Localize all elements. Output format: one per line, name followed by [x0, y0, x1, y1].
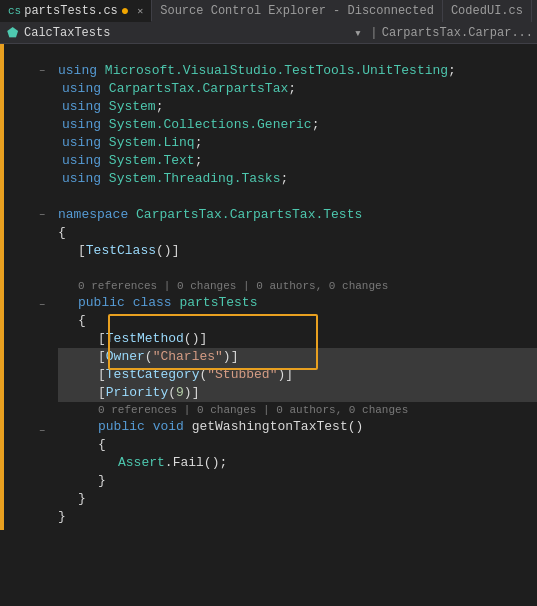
gutter-8: [4, 170, 54, 188]
gutter-25: [4, 476, 54, 494]
breadcrumb-separator: |: [370, 25, 378, 40]
gutter-14: [4, 278, 54, 296]
code-line-9: [58, 188, 537, 206]
code-line-24: Assert.Fail();: [58, 454, 537, 472]
gutter-2: −: [4, 62, 54, 80]
info-line-2: 0 references | 0 changes | 0 authors, 0 …: [58, 402, 537, 418]
ref-info-1: 0 references | 0 changes | 0 authors, 0 …: [78, 280, 388, 292]
collapse-2[interactable]: −: [36, 65, 48, 77]
code-line-19: [TestCategory("Stubbed")]: [58, 366, 537, 384]
code-line-2: using Microsoft.VisualStudio.TestTools.U…: [58, 62, 537, 80]
gutter-6: [4, 134, 54, 152]
ref-info-2: 0 references | 0 changes | 0 authors, 0 …: [98, 404, 408, 416]
gutter-18: [4, 350, 54, 368]
code-line-12: [TestClass()]: [58, 242, 537, 260]
code-line-6: using System.Linq;: [58, 134, 537, 152]
collapse-15[interactable]: −: [36, 299, 48, 311]
gutter-26: [4, 494, 54, 512]
info-line-1: 0 references | 0 changes | 0 authors, 0 …: [58, 278, 537, 294]
code-line-27: }: [58, 508, 537, 526]
gutter-21: [4, 404, 54, 422]
gutter-10: −: [4, 206, 54, 224]
editor-wrapper: − − − −: [0, 44, 537, 530]
code-line-16: {: [58, 312, 537, 330]
gutter-27: [4, 512, 54, 530]
breadcrumb-right: CarpartsTax.Carpar...: [382, 26, 533, 40]
tab-icon: cs: [8, 5, 21, 17]
tab-bar: cs partsTests.cs ● ✕ Source Control Expl…: [0, 0, 537, 22]
tab-label: partsTests.cs: [24, 4, 118, 18]
code-line-11: {: [58, 224, 537, 242]
gutter-17: [4, 332, 54, 350]
breadcrumb-bar: ⬟ CalcTaxTests ▾ | CarpartsTax.Carpar...: [0, 22, 537, 44]
gutter-22: −: [4, 422, 54, 440]
code-line-20: [Priority(9)]: [58, 384, 537, 402]
tab-label-cu: CodedUI.cs: [451, 4, 523, 18]
code-line-26: }: [58, 490, 537, 508]
code-line-17: [TestMethod()]: [58, 330, 537, 348]
gutter-24: [4, 458, 54, 476]
code-line-1: [58, 44, 537, 62]
code-line-5: using System.Collections.Generic;: [58, 116, 537, 134]
code-line-15: public class partsTests: [58, 294, 537, 312]
tab-startup[interactable]: Startup.cs: [532, 0, 537, 22]
gutter-11: [4, 224, 54, 242]
gutter-12: [4, 242, 54, 260]
modified-dot: ●: [121, 3, 129, 19]
code-line-23: {: [58, 436, 537, 454]
collapse-22[interactable]: −: [36, 425, 48, 437]
gutter-13: [4, 260, 54, 278]
gutter-5: [4, 116, 54, 134]
ide-window: cs partsTests.cs ● ✕ Source Control Expl…: [0, 0, 537, 530]
gutter-3: [4, 80, 54, 98]
gutter-15: −: [4, 296, 54, 314]
breadcrumb-text[interactable]: CalcTaxTests: [24, 26, 350, 40]
gutter-1: [4, 44, 54, 62]
collapse-10[interactable]: −: [36, 209, 48, 221]
code-line-3: using CarpartsTax.CarpartsTax;: [58, 80, 537, 98]
line-gutter: − − − −: [4, 44, 54, 530]
gutter-9: [4, 188, 54, 206]
class-icon: ⬟: [4, 25, 20, 41]
code-line-25: }: [58, 472, 537, 490]
code-line-4: using System;: [58, 98, 537, 116]
tab-label-sc: Source Control Explorer - Disconnected: [160, 4, 434, 18]
tab-codedui[interactable]: CodedUI.cs: [443, 0, 532, 22]
breadcrumb-dropdown-icon[interactable]: ▾: [350, 25, 366, 41]
gutter-7: [4, 152, 54, 170]
gutter-19: [4, 368, 54, 386]
gutter-16: [4, 314, 54, 332]
code-line-22: public void getWashingtonTaxTest(): [58, 418, 537, 436]
tab-close[interactable]: ✕: [137, 5, 143, 17]
tab-partsTests[interactable]: cs partsTests.cs ● ✕: [0, 0, 152, 22]
gutter-20: [4, 386, 54, 404]
code-line-13: [58, 260, 537, 278]
gutter-4: [4, 98, 54, 116]
code-line-8: using System.Threading.Tasks;: [58, 170, 537, 188]
code-editor[interactable]: using Microsoft.VisualStudio.TestTools.U…: [54, 44, 537, 530]
code-line-18: [Owner("Charles")]: [58, 348, 537, 366]
tab-source-control[interactable]: Source Control Explorer - Disconnected: [152, 0, 443, 22]
code-line-7: using System.Text;: [58, 152, 537, 170]
gutter-23: [4, 440, 54, 458]
code-line-10: namespace CarpartsTax.CarpartsTax.Tests: [58, 206, 537, 224]
